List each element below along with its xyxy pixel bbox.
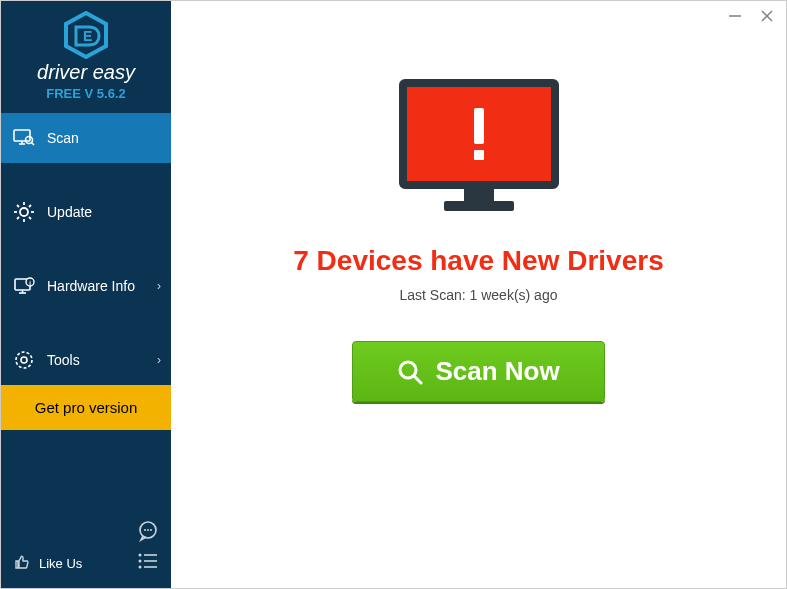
svg-point-29 — [139, 560, 142, 563]
sidebar-bottom: Like Us — [1, 510, 171, 588]
svg-point-5 — [26, 137, 33, 144]
gear-icon — [13, 201, 35, 223]
feedback-icon[interactable] — [137, 520, 159, 546]
svg-text:E: E — [83, 28, 92, 44]
close-button[interactable] — [758, 7, 776, 25]
get-pro-button[interactable]: Get pro version — [1, 385, 171, 430]
headline-text: 7 Devices have New Drivers — [293, 245, 663, 277]
nav-item-scan[interactable]: Scan — [1, 113, 171, 163]
like-us-button[interactable]: Like Us — [13, 553, 82, 574]
svg-point-21 — [16, 352, 32, 368]
like-us-label: Like Us — [39, 556, 82, 571]
tools-icon — [13, 349, 35, 371]
content: 7 Devices have New Drivers Last Scan: 1 … — [171, 1, 786, 402]
svg-point-31 — [139, 566, 142, 569]
svg-line-12 — [17, 205, 19, 207]
monitor-search-icon — [13, 127, 35, 149]
svg-point-7 — [20, 208, 28, 216]
window-controls — [726, 7, 776, 25]
nav-item-tools[interactable]: Tools › — [1, 335, 171, 385]
minimize-button[interactable] — [726, 7, 744, 25]
svg-point-26 — [150, 529, 152, 531]
chevron-right-icon: › — [157, 353, 161, 367]
nav-item-label: Scan — [47, 130, 79, 146]
nav-item-label: Update — [47, 204, 92, 220]
nav-item-update[interactable]: Update — [1, 187, 171, 237]
sidebar: E driver easy FREE V 5.6.2 Scan Update — [1, 1, 171, 588]
svg-point-24 — [144, 529, 146, 531]
search-icon — [397, 359, 423, 385]
last-scan-text: Last Scan: 1 week(s) ago — [400, 287, 558, 303]
svg-line-37 — [414, 376, 421, 383]
svg-point-25 — [147, 529, 149, 531]
alert-monitor-icon — [399, 79, 559, 219]
chevron-right-icon: › — [157, 279, 161, 293]
logo-area: E driver easy FREE V 5.6.2 — [1, 1, 171, 109]
svg-line-15 — [17, 217, 19, 219]
scan-now-label: Scan Now — [435, 356, 559, 387]
exclamation-icon — [472, 108, 486, 160]
nav-item-label: Tools — [47, 352, 80, 368]
svg-line-13 — [29, 217, 31, 219]
svg-line-14 — [29, 205, 31, 207]
svg-point-27 — [139, 554, 142, 557]
nav-item-hardware-info[interactable]: i Hardware Info › — [1, 261, 171, 311]
nav: Scan Update i Hardware Info › — [1, 113, 171, 385]
list-menu-icon[interactable] — [137, 552, 159, 574]
version-label: FREE V 5.6.2 — [1, 86, 171, 101]
hardware-info-icon: i — [13, 275, 35, 297]
brand-name: driver easy — [1, 61, 171, 84]
nav-item-label: Hardware Info — [47, 278, 135, 294]
main-area: 7 Devices have New Drivers Last Scan: 1 … — [171, 1, 786, 588]
svg-point-22 — [21, 357, 27, 363]
logo-icon: E — [1, 11, 171, 59]
svg-rect-2 — [14, 130, 30, 141]
svg-line-6 — [32, 143, 35, 146]
thumbs-up-icon — [13, 553, 31, 574]
scan-now-button[interactable]: Scan Now — [352, 341, 604, 402]
